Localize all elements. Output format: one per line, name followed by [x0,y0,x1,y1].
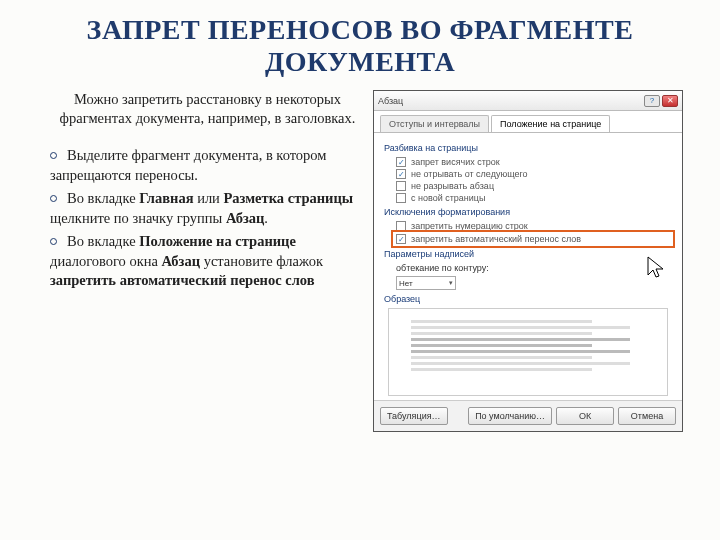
step-item: Во вкладке Главная или Разметка страницы… [50,189,365,228]
paragraph-dialog: Абзац ? ✕ Отступы и интервалы Положение … [373,90,683,432]
wrap-label: обтекание по контуру: [396,263,489,273]
dialog-body: Разбивка на страницы запрет висячих стро… [374,132,682,400]
checkbox-label: запрет висячих строк [411,157,500,167]
wrap-value: Нет [399,279,413,288]
page-title: ЗАПРЕТ ПЕРЕНОСОВ ВО ФРАГМЕНТЕ ДОКУМЕНТА [0,0,720,90]
default-button[interactable]: По умолчанию… [468,407,552,425]
cancel-button[interactable]: Отмена [618,407,676,425]
checkbox[interactable] [396,181,406,191]
close-button[interactable]: ✕ [662,95,678,107]
left-column: Можно запретить расстановку в некоторых … [50,90,365,432]
section-sample: Образец [384,294,672,304]
checkbox-row[interactable]: не разрывать абзац [396,181,672,191]
checkbox-label: не отрывать от следующего [411,169,528,179]
bullet-icon [50,195,57,202]
right-column: Абзац ? ✕ Отступы и интервалы Положение … [373,90,690,432]
checkbox-label: запретить нумерацию строк [411,221,528,231]
wrap-dropdown[interactable]: Нет ▾ [396,276,456,290]
wrap-dropdown-row: Нет ▾ [396,276,672,290]
ok-button[interactable]: ОК [556,407,614,425]
checkbox-row[interactable]: запрет висячих строк [396,157,672,167]
section-textbox: Параметры надписей [384,249,672,259]
chevron-down-icon: ▾ [449,279,453,287]
steps-list: Выделите фрагмент документа, в котором з… [50,146,365,291]
bullet-icon [50,238,57,245]
checkbox-row[interactable]: с новой страницы [396,193,672,203]
section-pagination: Разбивка на страницы [384,143,672,153]
dialog-titlebar: Абзац ? ✕ [374,91,682,111]
checkbox[interactable] [396,157,406,167]
checkbox[interactable] [396,221,406,231]
checkbox-label: не разрывать абзац [411,181,494,191]
step-item: Во вкладке Положение на странице диалого… [50,232,365,291]
checkbox-label: запретить автоматический перенос слов [411,234,581,244]
intro-text: Можно запретить расстановку в некоторых … [50,90,365,128]
checkbox[interactable] [396,193,406,203]
checkbox[interactable] [396,169,406,179]
checkbox-row[interactable]: запретить автоматический перенос слов [394,233,672,245]
tab-page-position[interactable]: Положение на странице [491,115,610,132]
dialog-title: Абзац [378,96,642,106]
bullet-icon [50,152,57,159]
section-exceptions: Исключения форматирования [384,207,672,217]
checkbox[interactable] [396,234,406,244]
step-item: Выделите фрагмент документа, в котором з… [50,146,365,185]
help-button[interactable]: ? [644,95,660,107]
checkbox-label: с новой страницы [411,193,485,203]
dialog-tabs: Отступы и интервалы Положение на страниц… [374,111,682,132]
wrap-row: обтекание по контуру: [396,263,672,273]
checkbox-row[interactable]: не отрывать от следующего [396,169,672,179]
layout: Можно запретить расстановку в некоторых … [0,90,720,432]
sample-preview [388,308,668,396]
checks-exceptions: запретить нумерацию строкзапретить автом… [384,221,672,245]
checks-pagination: запрет висячих строкне отрывать от следу… [384,157,672,203]
tabs-button[interactable]: Табуляция… [380,407,448,425]
tab-indents[interactable]: Отступы и интервалы [380,115,489,132]
checkbox-row[interactable]: запретить нумерацию строк [396,221,672,231]
dialog-button-bar: Табуляция… По умолчанию… ОК Отмена [374,400,682,431]
